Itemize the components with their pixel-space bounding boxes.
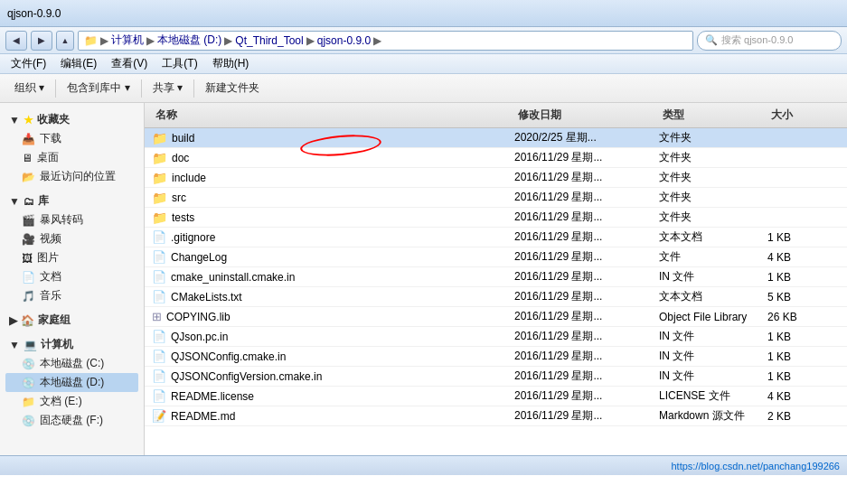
table-row[interactable]: 📝 README.md 2016/11/29 星期... Markdown 源文… [145, 406, 847, 426]
table-row[interactable]: 📄 CMakeLists.txt 2016/11/29 星期... 文本文档 5… [145, 287, 847, 307]
file-name-cell: 📁 doc [152, 151, 514, 165]
menu-help[interactable]: 帮助(H) [205, 54, 257, 73]
table-row[interactable]: 📁 tests 2016/11/29 星期... 文件夹 [145, 208, 847, 228]
sidebar-item-c-drive[interactable]: 💿 本地磁盘 (C:) [5, 354, 138, 373]
drive-f-icon: 💿 [22, 415, 35, 427]
music-icon: 🎵 [22, 290, 35, 303]
sidebar-item-pictures[interactable]: 🖼 图片 [5, 248, 138, 267]
sidebar-computer-header[interactable]: ▼ 💻 计算机 [5, 335, 138, 354]
col-size[interactable]: 大小 [767, 106, 840, 125]
table-row[interactable]: 📄 README.license 2016/11/29 星期... LICENS… [145, 387, 847, 406]
sidebar-item-video[interactable]: 🎥 视频 [5, 229, 138, 248]
up-button[interactable]: ▲ [56, 31, 74, 51]
chevron-right2-icon: ▶ [9, 314, 17, 327]
sidebar-library-header[interactable]: ▼ 🗂 库 [5, 191, 138, 210]
video2-icon: 🎥 [22, 233, 35, 246]
table-row[interactable]: 📁 build 2020/2/25 星期... 文件夹 [145, 128, 847, 148]
sidebar-item-d-drive[interactable]: 💿 本地磁盘 (D:) [5, 373, 138, 392]
table-row[interactable]: 📄 cmake_uninstall.cmake.in 2016/11/29 星期… [145, 267, 847, 287]
toolbar: 组织 ▾ 包含到库中 ▾ 共享 ▾ 新建文件夹 [0, 74, 847, 103]
file-name-cell: 📄 QJSONConfigVersion.cmake.in [152, 369, 514, 383]
file-name-cell: 📁 src [152, 191, 514, 205]
sidebar-item-music[interactable]: 🎵 音乐 [5, 286, 138, 305]
table-row[interactable]: 📄 QJson.pc.in 2016/11/29 星期... IN 文件 1 K… [145, 327, 847, 347]
sidebar-item-e-drive[interactable]: 📁 文档 (E:) [5, 392, 138, 411]
file-name-cell: 📄 ChangeLog [152, 250, 514, 264]
drive-d-icon: 💿 [22, 377, 35, 389]
doc-icon: 📄 [22, 271, 35, 284]
folder-icon: 📥 [22, 133, 35, 145]
menu-tools[interactable]: 工具(T) [155, 54, 204, 73]
toolbar-sep-2 [141, 79, 142, 98]
toolbar-sep-3 [193, 79, 194, 98]
sidebar-homegroup-section: ▶ 🏠 家庭组 [0, 307, 144, 331]
col-name[interactable]: 名称 [152, 106, 514, 125]
txt-file-icon: 📄 [152, 290, 166, 303]
sidebar-favorites-header[interactable]: ▼ ★ 收藏夹 [5, 110, 138, 129]
table-row[interactable]: 📄 QJSONConfig.cmake.in 2016/11/29 星期... … [145, 347, 847, 367]
menu-view[interactable]: 查看(V) [104, 54, 155, 73]
sidebar-item-recent[interactable]: 📂 最近访问的位置 [5, 167, 138, 186]
table-row[interactable]: 📄 ChangeLog 2016/11/29 星期... 文件 4 KB [145, 247, 847, 267]
path-folder-icon: 📁 [84, 34, 98, 47]
back-button[interactable]: ◀ [5, 31, 27, 51]
folder-icon: 📁 [152, 210, 167, 225]
sidebar-item-desktop[interactable]: 🖥 桌面 [5, 148, 138, 167]
drive-e-icon: 📁 [22, 396, 35, 408]
main-area: ▼ ★ 收藏夹 📥 下载 🖥 桌面 📂 最近访问的位置 ▼ 🗂 库 [0, 103, 847, 455]
desktop-icon: 🖥 [22, 152, 33, 164]
file-list: 📁 build 2020/2/25 星期... 文件夹 📁 doc 2016/1… [145, 128, 847, 455]
sidebar-item-f-drive[interactable]: 💿 固态硬盘 (F:) [5, 411, 138, 430]
organize-button[interactable]: 组织 ▾ [7, 77, 52, 100]
file-name-cell: 📄 README.license [152, 389, 514, 403]
file-name-cell: 📄 .gitignore [152, 230, 514, 244]
file-name-cell: 📁 build [152, 131, 514, 145]
addressbar: ◀ ▶ ▲ 📁 ▶ 计算机 ▶ 本地磁盘 (D:) ▶ Qt_Third_Too… [0, 27, 847, 54]
drive-c-icon: 💿 [22, 358, 35, 370]
sidebar-item-baofeng[interactable]: 🎬 暴风转码 [5, 210, 138, 229]
table-row[interactable]: 📄 .gitignore 2016/11/29 星期... 文本文档 1 KB [145, 228, 847, 247]
sidebar-item-docs[interactable]: 📄 文档 [5, 267, 138, 286]
cmake-file-icon: 📄 [152, 270, 166, 284]
sidebar-item-download[interactable]: 📥 下载 [5, 129, 138, 148]
col-type[interactable]: 类型 [659, 106, 767, 125]
include-library-button[interactable]: 包含到库中 ▾ [60, 77, 136, 100]
sidebar-library-section: ▼ 🗂 库 🎬 暴风转码 🎥 视频 🖼 图片 📄 文档 🎵 [0, 188, 144, 307]
sidebar-computer-section: ▼ 💻 计算机 💿 本地磁盘 (C:) 💿 本地磁盘 (D:) 📁 文档 (E:… [0, 331, 144, 432]
menu-edit[interactable]: 编辑(E) [53, 54, 104, 73]
star-icon: ★ [24, 114, 33, 126]
table-row[interactable]: 📁 doc 2016/11/29 星期... 文件夹 [145, 148, 847, 168]
file-name-cell: 📁 include [152, 171, 514, 185]
folder-icon: 📁 [152, 171, 167, 185]
forward-button[interactable]: ▶ [31, 31, 52, 51]
table-row[interactable]: 📁 include 2016/11/29 星期... 文件夹 [145, 168, 847, 188]
share-button[interactable]: 共享 ▾ [146, 77, 190, 100]
search-box[interactable]: 🔍 搜索 qjson-0.9.0 [697, 31, 842, 51]
new-folder-button[interactable]: 新建文件夹 [198, 77, 267, 100]
md-file-icon: 📝 [152, 409, 166, 423]
license-icon: 📄 [152, 389, 166, 403]
picture-icon: 🖼 [22, 252, 33, 265]
table-row[interactable]: ⊞ COPYING.lib 2016/11/29 星期... Object Fi… [145, 307, 847, 327]
statusbar: https://blog.csdn.net/panchang199266 [0, 455, 847, 475]
address-path[interactable]: 📁 ▶ 计算机 ▶ 本地磁盘 (D:) ▶ Qt_Third_Tool ▶ qj… [78, 31, 693, 51]
chevron-right-icon: ▼ [9, 195, 20, 208]
library-icon: 🗂 [24, 195, 34, 208]
text-file-icon: 📄 [152, 230, 166, 244]
file-name-cell: 📁 tests [152, 210, 514, 225]
menubar: 文件(F) 编辑(E) 查看(V) 工具(T) 帮助(H) [0, 54, 847, 74]
table-row[interactable]: 📁 src 2016/11/29 星期... 文件夹 [145, 188, 847, 208]
menu-file[interactable]: 文件(F) [4, 54, 53, 73]
sidebar-homegroup-header[interactable]: ▶ 🏠 家庭组 [5, 311, 138, 330]
file-name-cell: ⊞ COPYING.lib [152, 310, 514, 323]
recent-icon: 📂 [22, 171, 35, 183]
folder-icon: 📁 [152, 131, 167, 145]
statusbar-url: https://blog.csdn.net/panchang199266 [671, 461, 840, 471]
file-name-cell: 📄 QJSONConfig.cmake.in [152, 350, 514, 363]
col-modified[interactable]: 修改日期 [514, 106, 659, 125]
video-icon: 🎬 [22, 214, 35, 227]
table-row[interactable]: 📄 QJSONConfigVersion.cmake.in 2016/11/29… [145, 367, 847, 387]
version-cmake-icon: 📄 [152, 369, 166, 383]
file-name-cell: 📄 QJson.pc.in [152, 330, 514, 343]
content-wrapper: 名称 修改日期 类型 大小 📁 build 2020/2/25 星期... 文件… [145, 103, 847, 455]
